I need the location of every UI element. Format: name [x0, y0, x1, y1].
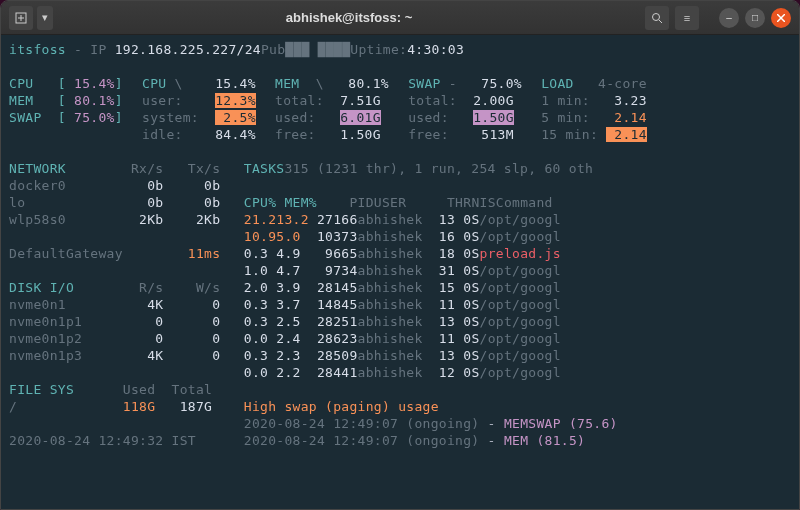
new-tab-button[interactable] — [9, 6, 33, 30]
menu-button[interactable]: ≡ — [675, 6, 699, 30]
window-titlebar: ▾ abhishek@itsfoss: ~ ≡ – □ — [1, 1, 799, 35]
window-title: abhishek@itsfoss: ~ — [53, 10, 645, 25]
terminal-line: SWAP [ 75.0%]system: 2.5%used: 6.01Gused… — [9, 109, 791, 126]
terminal-line: nvme0n1p1 0 00.3 2.5 28251 abhishek 13 0… — [9, 313, 791, 330]
terminal-line: DISK I/O R/s W/s2.0 3.9 28145 abhishek 1… — [9, 279, 791, 296]
terminal-output[interactable]: itsfoss - IP 192.168.225.227/24 Pub ███ … — [1, 35, 799, 509]
svg-line-4 — [659, 20, 662, 23]
terminal-line: nvme0n1p2 0 00.0 2.4 28623 abhishek 11 0… — [9, 330, 791, 347]
terminal-line: 10.9 5.0 10373 abhishek 16 0 S /opt/goog… — [9, 228, 791, 245]
terminal-line: idle: 84.4%free: 1.50Gfree: 513M15 min: … — [9, 126, 791, 143]
terminal-line: nvme0n1 4K 00.3 3.7 14845 abhishek 11 0 … — [9, 296, 791, 313]
terminal-line: nvme0n1p3 4K 00.3 2.3 28509 abhishek 13 … — [9, 347, 791, 364]
maximize-button[interactable]: □ — [745, 8, 765, 28]
terminal-line: FILE SYS Used Total — [9, 381, 791, 398]
search-button[interactable] — [645, 6, 669, 30]
terminal-line: 0.0 2.2 28441 abhishek 12 0 S /opt/googl — [9, 364, 791, 381]
terminal-line: DefaultGateway 11ms0.3 4.9 9665 abhishek… — [9, 245, 791, 262]
terminal-line: docker0 0b 0b — [9, 177, 791, 194]
terminal-line: 1.0 4.7 9734 abhishek 31 0 S /opt/googl — [9, 262, 791, 279]
terminal-line: wlp58s0 2Kb 2Kb21.2 13.2 27166 abhishek … — [9, 211, 791, 228]
terminal-line: / 118G 187GHigh swap (paging) usage — [9, 398, 791, 415]
terminal-line: itsfoss - IP 192.168.225.227/24 Pub ███ … — [9, 41, 791, 58]
terminal-line: lo 0b 0bCPU% MEM% PID USER THR NI S Comm… — [9, 194, 791, 211]
tab-dropdown-button[interactable]: ▾ — [37, 6, 53, 30]
terminal-line: 2020-08-24 12:49:32 IST2020-08-24 12:49:… — [9, 432, 791, 449]
terminal-line — [9, 58, 791, 75]
close-button[interactable] — [771, 8, 791, 28]
terminal-line: NETWORK Rx/s Tx/sTASKS 315 (1231 thr), 1… — [9, 160, 791, 177]
terminal-line: CPU [ 15.4%]CPU \ 15.4%MEM \ 80.1%SWAP -… — [9, 75, 791, 92]
terminal-line: 2020-08-24 12:49:07 (ongoing) - MEMSWAP … — [9, 415, 791, 432]
terminal-line — [9, 143, 791, 160]
terminal-line: MEM [ 80.1%]user: 12.3%total: 7.51Gtotal… — [9, 92, 791, 109]
minimize-button[interactable]: – — [719, 8, 739, 28]
svg-point-3 — [653, 13, 660, 20]
